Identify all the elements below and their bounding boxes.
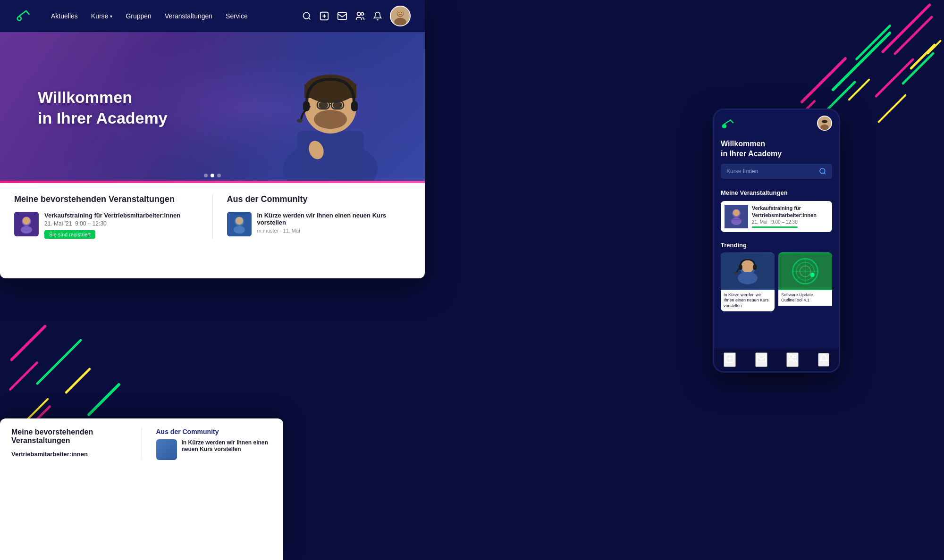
nav-veranstaltungen[interactable]: Veranstaltungen — [165, 12, 212, 20]
community-thumbnail — [227, 212, 252, 236]
hero-dot-1[interactable] — [204, 174, 208, 177]
content-area: Meine bevorstehenden Veranstaltungen Ver… — [0, 183, 425, 250]
phone-event-date: 21. Mai 9:00 – 12:30 — [752, 219, 828, 225]
svg-point-59 — [234, 226, 245, 234]
tablet-community-text: In Kürze werden wir Ihnen einen neuen Ku… — [182, 439, 272, 452]
svg-rect-75 — [729, 219, 743, 220]
hero-pink-bar — [0, 181, 425, 183]
phone-trending-grid: In Kürze werden wir Ihnen einen neuen Ku… — [721, 252, 832, 311]
phone-nav-users[interactable] — [786, 352, 799, 367]
svg-line-2 — [911, 45, 934, 68]
phone-search-placeholder: Kurse finden — [726, 168, 758, 175]
phone-trending-text-2: Software-Update OutlineTool 4.1 — [781, 293, 829, 303]
svg-point-91 — [810, 272, 815, 277]
nav-service[interactable]: Service — [226, 12, 248, 20]
phone-event-card[interactable]: Verkaufstraining für Vertriebsmitarbeite… — [721, 201, 832, 232]
phone-bottom-nav — [714, 348, 839, 371]
users-button[interactable] — [355, 11, 365, 21]
phone-event-info: Verkaufstraining für Vertriebsmitarbeite… — [752, 205, 828, 228]
svg-point-42 — [314, 110, 347, 129]
phone-trending-title: Trending — [721, 242, 832, 249]
phone-user-avatar[interactable] — [817, 116, 832, 131]
phone-trending-img-2 — [778, 252, 832, 290]
svg-line-3 — [895, 17, 932, 54]
svg-point-33 — [397, 10, 404, 16]
svg-line-16 — [10, 363, 37, 390]
community-section: Aus der Community In Kürze werden wir Ih… — [227, 194, 411, 239]
svg-line-61 — [724, 120, 730, 124]
community-title: Aus der Community — [227, 194, 411, 204]
svg-rect-81 — [753, 264, 757, 269]
mail-button[interactable] — [337, 11, 347, 21]
hero-title: Willkommen in Ihrer Academy — [38, 87, 168, 128]
svg-point-50 — [297, 119, 303, 123]
svg-line-5 — [876, 59, 913, 96]
svg-point-95 — [793, 355, 796, 358]
svg-line-23 — [26, 11, 29, 14]
svg-rect-44 — [333, 102, 342, 109]
svg-line-1 — [857, 26, 890, 59]
svg-line-8 — [802, 59, 845, 102]
phone-nav-add[interactable] — [724, 352, 736, 367]
svg-rect-43 — [319, 102, 328, 109]
nav-kurse[interactable]: Kurse ▾ — [91, 12, 113, 20]
svg-line-6 — [849, 80, 869, 100]
svg-point-74 — [731, 217, 742, 225]
user-avatar[interactable] — [390, 6, 411, 26]
phone-trending-item-2[interactable]: Software-Update OutlineTool 4.1 — [778, 252, 832, 311]
nav-aktuelles[interactable]: Aktuelles — [51, 12, 78, 20]
svg-rect-38 — [297, 131, 363, 183]
tablet-events: Meine bevorstehenden Veranstaltungen Ver… — [11, 428, 127, 460]
svg-point-28 — [357, 12, 361, 16]
svg-line-9 — [928, 41, 941, 54]
event-item: Verkaufstraining für Vertriebsmitarbeite… — [14, 212, 198, 239]
phone-nav-bell[interactable] — [818, 353, 829, 367]
svg-rect-49 — [351, 101, 358, 111]
svg-line-13 — [12, 326, 45, 360]
logo[interactable] — [14, 7, 36, 25]
phone-trending-caption-1: In Kürze werden wir Ihnen einen neuen Ku… — [721, 290, 775, 311]
bell-button[interactable] — [373, 11, 382, 21]
nav-gruppen[interactable]: Gruppen — [126, 12, 151, 20]
svg-line-12 — [879, 95, 906, 122]
tablet-content: Meine bevorstehenden Veranstaltungen Ver… — [0, 418, 283, 469]
svg-rect-93 — [757, 355, 766, 362]
browser-window: Aktuelles Kurse ▾ Gruppen Veranstaltunge… — [0, 0, 425, 278]
search-button[interactable] — [302, 11, 312, 21]
svg-line-15 — [66, 369, 89, 392]
phone-nav-mail[interactable] — [755, 352, 767, 367]
add-button[interactable] — [319, 11, 329, 21]
event-title: Verkaufstraining für Vertriebsmitarbeite… — [44, 212, 198, 219]
tablet-community: Aus der Community In Kürze werden wir Ih… — [156, 428, 272, 460]
svg-point-24 — [18, 17, 20, 20]
svg-line-18 — [28, 399, 48, 419]
phone-event-title-text: Verkaufstraining für Vertriebsmitarbeite… — [752, 205, 828, 218]
svg-line-14 — [37, 340, 81, 384]
hero-section: Willkommen in Ihrer Academy — [0, 32, 425, 183]
phone-logo — [721, 117, 734, 130]
svg-point-82 — [734, 272, 738, 275]
community-item: In Kürze werden wir Ihnen einen neuen Ku… — [227, 212, 411, 236]
phone-search-bar[interactable]: Kurse finden — [721, 164, 832, 179]
hero-text: Willkommen in Ihrer Academy — [38, 87, 168, 128]
svg-line-7 — [903, 53, 933, 84]
svg-point-69 — [822, 120, 827, 123]
tablet-divider — [142, 428, 142, 460]
community-post-info: In Kürze werden wir Ihnen einen neuen Ku… — [257, 212, 411, 234]
tablet-event-title: Vertriebsmitarbeiter:innen — [11, 451, 127, 458]
svg-point-94 — [790, 355, 793, 358]
navbar-icons — [302, 6, 411, 26]
svg-point-34 — [398, 12, 399, 13]
navbar-nav: Aktuelles Kurse ▾ Gruppen Veranstaltunge… — [51, 12, 287, 20]
svg-point-25 — [303, 13, 310, 19]
hero-dot-3[interactable] — [217, 174, 221, 177]
tablet-window: Meine bevorstehenden Veranstaltungen Ver… — [0, 418, 283, 560]
phone-events-section: Meine Veranstaltungen Verkaufstraining f… — [714, 184, 839, 237]
phone-trending-item-1[interactable]: In Kürze werden wir Ihnen einen neuen Ku… — [721, 252, 775, 311]
svg-line-22 — [19, 11, 26, 16]
tablet-events-title: Meine bevorstehenden Veranstaltungen — [11, 428, 127, 445]
hero-dot-2[interactable] — [211, 174, 214, 177]
event-registered-badge: Sie sind registriert — [44, 230, 95, 239]
community-post-meta: m.muster · 11. Mai — [257, 228, 411, 234]
svg-point-60 — [722, 124, 726, 128]
